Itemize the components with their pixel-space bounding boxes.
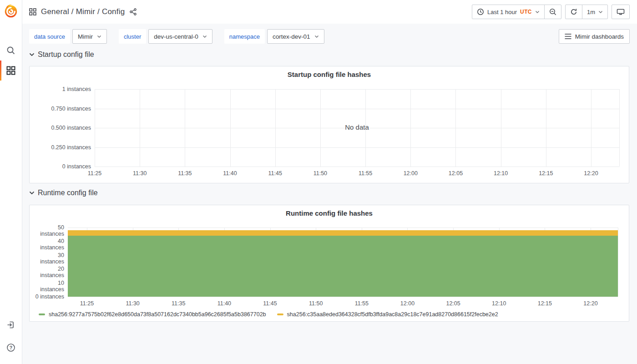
x-tick-label: 12:20 (577, 170, 605, 177)
x-tick-label: 11:45 (257, 300, 284, 307)
x-tick-label: 11:55 (352, 170, 379, 177)
y-tick-label: 30 instances (32, 252, 64, 258)
gridline-horizontal (95, 167, 619, 167)
sidebar-item-help[interactable]: ? (0, 338, 22, 358)
gridline-vertical (619, 89, 620, 167)
x-tick-label: 12:00 (397, 170, 424, 177)
sign-in-icon (6, 320, 15, 329)
monitor-icon (617, 8, 625, 16)
chevron-down-icon (97, 35, 101, 38)
chart-runtime-config-hashes: 50 instances40 instances30 instances20 i… (30, 205, 629, 321)
legend-label: sha256:9277a7575b02f62e8d650da73f8a50716… (49, 311, 266, 318)
variable-label[interactable]: cluster (119, 29, 146, 44)
legend-color-marker (277, 313, 283, 315)
chevron-down-icon (535, 10, 540, 14)
refresh-button[interactable] (566, 5, 582, 19)
zoom-out-button[interactable] (544, 5, 561, 19)
y-tick-label: 40 instances (32, 238, 64, 244)
x-tick-label: 11:30 (126, 170, 153, 177)
row-title: Runtime config file (38, 189, 98, 197)
gridline-horizontal (95, 147, 619, 148)
variable-value-dropdown[interactable]: dev-us-central-0 (148, 29, 212, 44)
y-tick-label: 0.500 instances (32, 125, 91, 131)
time-picker-group: Last 1 hour UTC (472, 5, 561, 19)
chevron-down-icon (598, 10, 603, 14)
chevron-down-icon (314, 35, 319, 38)
chevron-down-icon (202, 35, 207, 38)
legend: sha256:9277a7575b02f62e8d650da73f8a50716… (39, 311, 498, 318)
gridline-vertical (618, 228, 618, 297)
no-data-label: No data (95, 123, 619, 131)
gridline-horizontal (95, 89, 619, 90)
legend-item[interactable]: sha256:c35aa8eded364328cf5dfb3ffda9ac8a2… (277, 311, 498, 318)
zoom-out-icon (549, 8, 556, 15)
x-tick-label: 12:10 (485, 300, 513, 307)
series-area (68, 236, 618, 297)
navbar-controls: Last 1 hour UTC (472, 5, 630, 19)
x-tick-label: 11:25 (81, 170, 108, 177)
x-tick-label: 11:25 (73, 300, 101, 307)
navbar-breadcrumb-area: General / Mimir / Config (29, 7, 137, 16)
y-tick-label: 0.750 instances (32, 106, 91, 112)
x-tick-label: 11:40 (217, 170, 244, 177)
series-area (68, 230, 618, 236)
sidebar-item-sign-in[interactable] (0, 315, 22, 335)
sidebar: ? (0, 0, 22, 364)
help-icon: ? (6, 343, 15, 352)
mimir-dashboards-label: Mimir dashboards (575, 33, 624, 40)
search-icon (6, 46, 15, 55)
chevron-down-icon (29, 191, 35, 195)
row-toggle-startup-config[interactable]: Startup config file (29, 51, 94, 59)
legend-color-marker (39, 313, 45, 315)
dashboard-title[interactable]: General / Mimir / Config (41, 7, 125, 16)
x-tick-label: 12:00 (394, 300, 421, 307)
variable-value: cortex-dev-01 (273, 33, 310, 40)
panel-runtime-config-hashes: Runtime config file hashes 50 instances4… (29, 205, 629, 322)
variable-datasource: data source Mimir (29, 29, 107, 44)
variable-label[interactable]: namespace (224, 29, 265, 44)
y-tick-label: 0.250 instances (32, 144, 91, 151)
x-tick-label: 11:50 (307, 170, 334, 177)
row-toggle-runtime-config[interactable]: Runtime config file (29, 189, 98, 197)
x-tick-label: 11:45 (262, 170, 289, 177)
sidebar-item-search[interactable] (0, 40, 22, 61)
x-tick-label: 12:05 (440, 300, 467, 307)
hamburger-icon (565, 34, 571, 39)
variable-value: Mimir (78, 33, 93, 40)
mimir-dashboards-button[interactable]: Mimir dashboards (559, 29, 630, 44)
timezone-label: UTC (520, 9, 532, 15)
x-tick-label: 11:40 (211, 300, 238, 307)
x-tick-label: 12:20 (577, 300, 604, 307)
refresh-picker-group: 1m (565, 5, 608, 19)
gridline-horizontal (95, 109, 619, 109)
sidebar-bottom: ? (0, 315, 22, 358)
template-variables: data source Mimir cluster dev-us-central… (29, 29, 324, 44)
share-icon[interactable] (129, 8, 137, 15)
legend-item[interactable]: sha256:9277a7575b02f62e8d650da73f8a50716… (39, 311, 266, 318)
x-tick-label: 12:10 (487, 170, 515, 177)
variable-value-dropdown[interactable]: cortex-dev-01 (267, 29, 324, 44)
x-tick-label: 12:05 (442, 170, 469, 177)
variable-label[interactable]: data source (29, 29, 70, 44)
svg-text:?: ? (10, 345, 12, 350)
x-tick-label: 11:35 (171, 170, 198, 177)
dashboard-submenu: data source Mimir cluster dev-us-central… (29, 29, 630, 44)
cycle-view-mode-button[interactable] (612, 5, 630, 19)
sidebar-item-dashboards[interactable] (0, 61, 22, 81)
refresh-interval-dropdown[interactable]: 1m (582, 5, 607, 19)
y-tick-label: 0 instances (32, 163, 91, 170)
y-tick-label: 1 instances (32, 86, 91, 92)
y-tick-label: 10 instances (32, 280, 64, 286)
chart-startup-config-hashes: 1 instances0.750 instances0.500 instance… (30, 66, 629, 183)
time-range-button[interactable]: Last 1 hour UTC (472, 5, 544, 19)
y-tick-label: 0 instances (32, 293, 64, 300)
variable-namespace: namespace cortex-dev-01 (224, 29, 324, 44)
apps-grid-icon (29, 8, 36, 15)
gridline-horizontal (68, 228, 618, 228)
chevron-down-icon (29, 53, 35, 56)
grafana-logo[interactable] (3, 3, 19, 19)
variable-value-dropdown[interactable]: Mimir (72, 29, 107, 44)
variable-cluster: cluster dev-us-central-0 (119, 29, 212, 44)
y-tick-label: 20 instances (32, 266, 64, 272)
panel-startup-config-hashes: Startup config file hashes 1 instances0.… (29, 66, 629, 183)
